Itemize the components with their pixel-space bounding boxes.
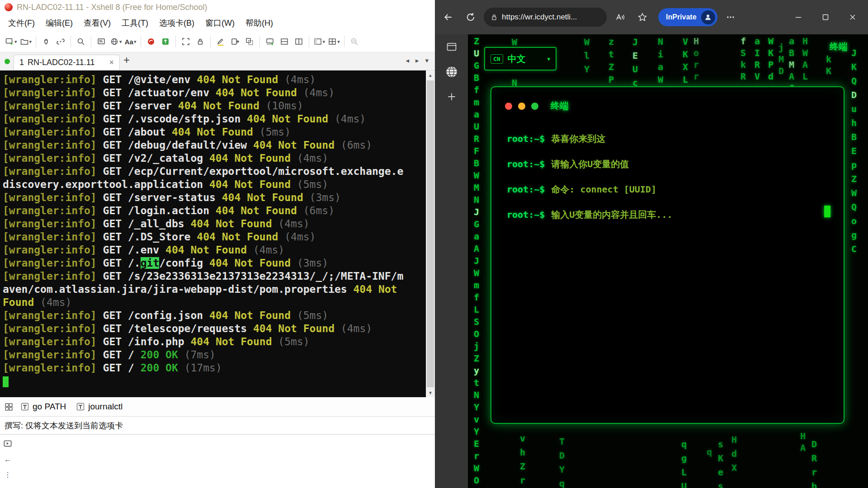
dropdown-caret-icon[interactable]: ▾ <box>337 39 340 45</box>
scroll-down-icon[interactable]: ▼ <box>426 388 435 397</box>
new-tab-icon[interactable] <box>446 91 457 104</box>
open-sessions-button[interactable]: ▾ <box>19 33 33 50</box>
more-options-icon[interactable]: ⋮ <box>4 470 11 479</box>
inprivate-badge[interactable]: InPrivate <box>658 8 717 26</box>
session-status-dot <box>5 59 10 64</box>
menu-item[interactable]: 窗口(W) <box>200 15 240 31</box>
menu-item[interactable]: 帮助(H) <box>240 15 278 31</box>
log-line: [wrangler:info] GET /server 404 Not Foun… <box>3 99 410 113</box>
transparency-button[interactable] <box>242 33 257 50</box>
menu-item[interactable]: 工具(T) <box>116 15 154 31</box>
back-button[interactable] <box>439 8 458 27</box>
fullscreen-button[interactable] <box>179 33 193 50</box>
matrix-terminal-title: 终端 <box>551 100 569 112</box>
matrix-column: ZUGBfmaURFBWMNJGaAJWmfLSOjZytNYvYErWO <box>472 35 481 487</box>
new-tab-button[interactable]: + <box>123 54 130 66</box>
tab-close-icon[interactable]: × <box>109 58 114 67</box>
matrix-column: aBMAJ <box>787 35 797 94</box>
tab-list-icon[interactable]: ▾ <box>425 56 429 65</box>
address-bar[interactable]: https://wr.icdyct.netli... <box>484 8 607 27</box>
edge-window: https://wr.icdyct.netli... InPrivate <box>435 0 868 488</box>
compose-input-area[interactable]: ← ⋮ <box>0 435 435 488</box>
dropdown-caret-icon[interactable]: ▾ <box>29 39 32 45</box>
reconnect-button[interactable] <box>53 33 68 50</box>
favorites-star-button[interactable] <box>633 8 652 27</box>
browser-titlebar: https://wr.icdyct.netli... InPrivate <box>435 0 868 34</box>
url-text[interactable]: https://wr.icdyct.netli... <box>502 13 577 22</box>
tab-scroll-left-icon[interactable]: ◂ <box>406 56 409 65</box>
minimize-button[interactable] <box>787 7 810 27</box>
minimize-dot-icon[interactable] <box>518 103 525 110</box>
menu-item[interactable]: 选项卡(B) <box>154 15 200 31</box>
lock-screen-button[interactable] <box>193 33 208 50</box>
matrix-terminal-cursor[interactable] <box>824 206 830 217</box>
menu-item[interactable]: 查看(V) <box>78 15 116 31</box>
prompt: root:~$ <box>507 133 545 144</box>
matrix-column: WKPd <box>766 35 776 82</box>
menu-item[interactable]: 文件(F) <box>3 15 40 31</box>
disconnect-button[interactable] <box>39 33 53 50</box>
history-back-icon[interactable]: ← <box>4 455 12 464</box>
quickbar-journalctl[interactable]: journalctl <box>76 402 123 412</box>
compose-tools: ← ⋮ <box>3 438 13 479</box>
highlight-button[interactable] <box>213 33 228 50</box>
session-tab[interactable]: 1 RN-LADC02-11.11 × <box>14 55 120 70</box>
close-button[interactable] <box>841 7 864 27</box>
matrix-column: HA <box>798 430 808 454</box>
expand-dot-icon[interactable] <box>531 103 538 110</box>
menu-item[interactable]: 编辑(E) <box>40 15 78 31</box>
send-target-icon[interactable] <box>3 438 13 448</box>
dropdown-caret-icon[interactable]: ▾ <box>119 39 122 45</box>
script-button[interactable] <box>94 33 108 50</box>
close-dot-icon[interactable] <box>505 103 512 110</box>
profile-avatar[interactable] <box>701 10 715 24</box>
chevron-down-icon[interactable]: ▾ <box>547 56 550 62</box>
terminal-output[interactable]: [wrangler:info] GET /@vite/env 404 Not F… <box>0 70 435 397</box>
matrix-column: kK <box>824 53 834 77</box>
dropdown-caret-icon[interactable]: ▾ <box>323 39 326 45</box>
prompt-message: 输入U变量的内容并且回车... <box>551 209 672 220</box>
prompt-message: 恭喜你来到这 <box>551 133 605 144</box>
corner-label: 终端 <box>830 41 848 53</box>
maximize-button[interactable] <box>814 7 837 27</box>
matrix-column: sKes <box>716 437 726 488</box>
tab-scroll-right-icon[interactable]: ▸ <box>415 56 419 65</box>
person-icon <box>704 13 712 21</box>
settings-more-button[interactable] <box>721 8 740 27</box>
xagent-button[interactable] <box>144 33 158 50</box>
find-button[interactable] <box>74 33 88 50</box>
compose-pane-button[interactable] <box>263 33 277 50</box>
log-line: [wrangler:info] GET /debug/default/view … <box>3 139 410 152</box>
matrix-column: aIRVw <box>752 35 762 94</box>
prompt: root:~$ <box>507 159 545 169</box>
prompt: root:~$ <box>507 184 545 195</box>
layout-left-button[interactable]: ▾ <box>312 33 327 50</box>
quickbar-label: go PATH <box>33 402 66 412</box>
zoom-button[interactable] <box>347 33 362 50</box>
logging-button[interactable] <box>228 33 242 50</box>
matrix-column: HdX <box>729 433 739 475</box>
quickbar-grid-icon[interactable] <box>5 403 13 411</box>
font-button[interactable]: Aa ▾ <box>123 33 138 50</box>
layout-grid-button[interactable]: ▾ <box>326 33 341 50</box>
prompt-message: 请输入你U变量的值 <box>551 159 629 169</box>
language-selector[interactable]: CN 中文 ▾ <box>484 47 557 70</box>
quickbar-go-path[interactable]: go PATH <box>20 402 66 412</box>
log-line: [wrangler:info] GET /actuator/env 404 No… <box>3 86 410 99</box>
xshell-titlebar: RN-LADC02-11.11 - Xshell 8 (Free for Hom… <box>0 0 435 14</box>
vertical-split-button[interactable] <box>292 33 306 50</box>
horizontal-split-button[interactable] <box>277 33 292 50</box>
active-tab-globe-icon[interactable] <box>445 65 458 80</box>
dropdown-caret-icon[interactable]: ▾ <box>14 39 17 45</box>
dropdown-caret-icon[interactable]: ▾ <box>134 39 137 45</box>
scrollbar-thumb[interactable] <box>427 80 434 387</box>
xftp-button[interactable] <box>158 33 173 50</box>
log-line: [wrangler:info] GET /_all_dbs 404 Not Fo… <box>3 217 410 230</box>
scroll-up-icon[interactable]: ▲ <box>426 70 435 80</box>
terminal-scrollbar[interactable]: ▲ ▼ <box>426 70 435 397</box>
tab-actions-icon[interactable] <box>446 41 458 54</box>
new-session-button[interactable]: ▾ <box>4 33 19 50</box>
encoding-button[interactable]: ▾ <box>108 33 123 50</box>
read-aloud-button[interactable] <box>610 8 629 27</box>
refresh-button[interactable] <box>461 8 480 27</box>
